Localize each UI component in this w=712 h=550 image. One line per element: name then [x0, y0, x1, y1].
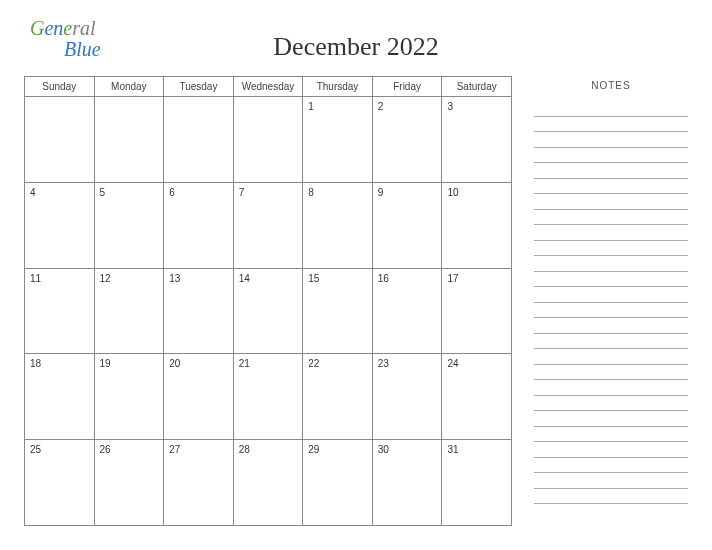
note-line: [534, 287, 688, 303]
note-line: [534, 132, 688, 148]
calendar-day-cell: 29: [303, 440, 373, 526]
calendar-day-cell: 20: [164, 354, 234, 440]
note-line: [534, 272, 688, 288]
calendar-day-cell: 13: [164, 268, 234, 354]
notes-lines: [534, 101, 688, 504]
note-line: [534, 411, 688, 427]
calendar-day-cell: 26: [94, 440, 164, 526]
calendar-day-cell: [25, 97, 95, 183]
notes-heading: NOTES: [534, 80, 688, 91]
calendar-day-cell: 12: [94, 268, 164, 354]
brand-logo: General Blue: [30, 18, 101, 60]
calendar-day-cell: 9: [372, 182, 442, 268]
note-line: [534, 473, 688, 489]
calendar-day-cell: 28: [233, 440, 303, 526]
calendar-day-cell: 15: [303, 268, 373, 354]
calendar-day-cell: [164, 97, 234, 183]
note-line: [534, 396, 688, 412]
logo-letter-e: e: [63, 17, 72, 39]
calendar-day-cell: 31: [442, 440, 512, 526]
note-line: [534, 458, 688, 474]
calendar-day-cell: 16: [372, 268, 442, 354]
calendar-day-cell: 18: [25, 354, 95, 440]
note-line: [534, 179, 688, 195]
day-header: Thursday: [303, 77, 373, 97]
calendar-day-cell: 24: [442, 354, 512, 440]
note-line: [534, 256, 688, 272]
note-line: [534, 117, 688, 133]
note-line: [534, 334, 688, 350]
note-line: [534, 365, 688, 381]
day-header: Sunday: [25, 77, 95, 97]
calendar-day-cell: 4: [25, 182, 95, 268]
day-header: Friday: [372, 77, 442, 97]
note-line: [534, 210, 688, 226]
calendar-day-cell: 22: [303, 354, 373, 440]
note-line: [534, 489, 688, 505]
calendar-day-cell: 30: [372, 440, 442, 526]
page-title: December 2022: [24, 32, 688, 62]
calendar-day-cell: 10: [442, 182, 512, 268]
calendar-day-cell: 23: [372, 354, 442, 440]
note-line: [534, 241, 688, 257]
calendar-day-cell: 27: [164, 440, 234, 526]
header: General Blue December 2022: [24, 18, 688, 76]
day-header: Wednesday: [233, 77, 303, 97]
calendar-day-cell: 11: [25, 268, 95, 354]
calendar-day-cell: 25: [25, 440, 95, 526]
note-line: [534, 349, 688, 365]
calendar-day-cell: 21: [233, 354, 303, 440]
note-line: [534, 148, 688, 164]
calendar-day-cell: 14: [233, 268, 303, 354]
logo-letters-en: en: [44, 17, 63, 39]
calendar-table: SundayMondayTuesdayWednesdayThursdayFrid…: [24, 76, 512, 526]
calendar-day-cell: [94, 97, 164, 183]
calendar-day-cell: 19: [94, 354, 164, 440]
note-line: [534, 101, 688, 117]
logo-word-blue: Blue: [64, 39, 101, 60]
note-line: [534, 225, 688, 241]
note-line: [534, 380, 688, 396]
day-header: Tuesday: [164, 77, 234, 97]
calendar-day-cell: 2: [372, 97, 442, 183]
calendar-day-cell: 17: [442, 268, 512, 354]
note-line: [534, 163, 688, 179]
day-header: Saturday: [442, 77, 512, 97]
calendar-day-cell: 8: [303, 182, 373, 268]
calendar-day-cell: 3: [442, 97, 512, 183]
note-line: [534, 318, 688, 334]
calendar-week-row: 18192021222324: [25, 354, 512, 440]
note-line: [534, 194, 688, 210]
logo-letter-g: G: [30, 17, 44, 39]
note-line: [534, 303, 688, 319]
calendar-week-row: 45678910: [25, 182, 512, 268]
calendar-day-cell: 6: [164, 182, 234, 268]
note-line: [534, 427, 688, 443]
calendar-week-row: 25262728293031: [25, 440, 512, 526]
day-header: Monday: [94, 77, 164, 97]
note-line: [534, 442, 688, 458]
notes-panel: NOTES: [534, 76, 688, 526]
calendar: SundayMondayTuesdayWednesdayThursdayFrid…: [24, 76, 512, 526]
calendar-week-row: 11121314151617: [25, 268, 512, 354]
calendar-day-cell: 5: [94, 182, 164, 268]
logo-letters-ral: ral: [72, 17, 95, 39]
calendar-day-cell: 7: [233, 182, 303, 268]
calendar-day-cell: 1: [303, 97, 373, 183]
calendar-week-row: 123: [25, 97, 512, 183]
calendar-day-cell: [233, 97, 303, 183]
